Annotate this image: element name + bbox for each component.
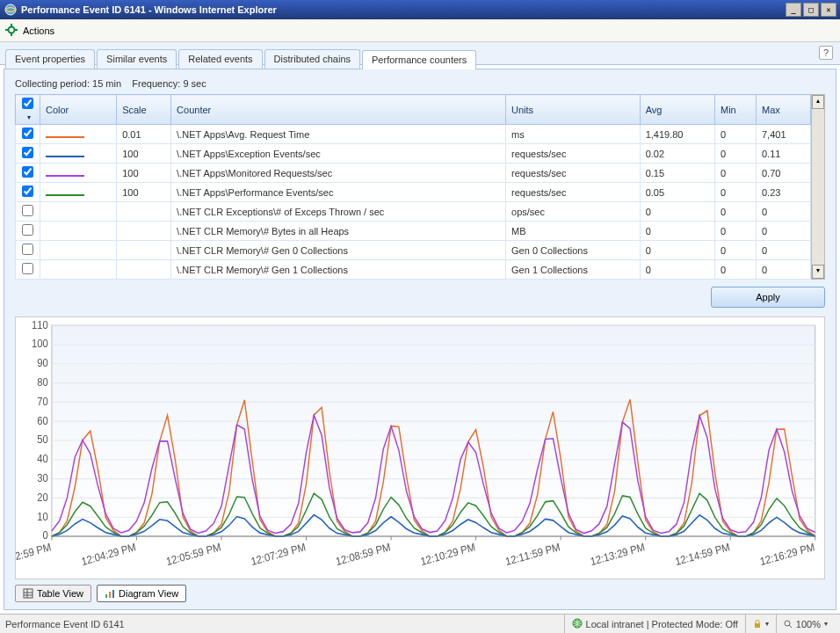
cell-min: 0 <box>715 260 757 280</box>
zoom-value: 100% <box>796 619 821 629</box>
scroll-down-button[interactable]: ▾ <box>812 265 824 279</box>
row-checkbox[interactable] <box>22 244 33 255</box>
svg-text:12:08:59 PM: 12:08:59 PM <box>335 541 392 569</box>
collecting-meta: Collecting period: 15 min Frequency: 9 s… <box>15 78 825 89</box>
col-header[interactable]: Min <box>715 95 757 125</box>
cell-min: 0 <box>715 183 757 202</box>
table-row[interactable]: \.NET CLR Exceptions\# of Exceps Thrown … <box>16 202 811 222</box>
table-view-button[interactable]: Table View <box>15 585 91 602</box>
cell-avg: 0 <box>640 202 714 222</box>
row-checkbox[interactable] <box>22 166 33 178</box>
svg-text:12:02:59 PM: 12:02:59 PM <box>16 541 53 569</box>
cell-min: 0 <box>715 222 757 241</box>
close-button[interactable]: ✕ <box>821 3 836 17</box>
table-view-label: Table View <box>37 588 83 599</box>
gear-icon <box>5 24 19 38</box>
diagram-view-label: Diagram View <box>119 588 178 599</box>
help-icon[interactable]: ? <box>819 46 833 60</box>
svg-text:60: 60 <box>37 414 48 427</box>
table-row[interactable]: \.NET CLR Memory\# Bytes in all HeapsMB0… <box>16 222 811 241</box>
scroll-up-button[interactable]: ▴ <box>812 95 824 109</box>
row-checkbox[interactable] <box>22 147 33 158</box>
cell-scale: 100 <box>117 164 171 183</box>
period-label: Collecting period: <box>15 78 90 89</box>
minimize-button[interactable]: _ <box>786 3 801 17</box>
svg-text:12:16:29 PM: 12:16:29 PM <box>758 541 815 569</box>
svg-text:50: 50 <box>37 433 48 447</box>
col-header[interactable]: Max <box>757 95 811 125</box>
window-titlebar: Performance Event ID 6141 - Windows Inte… <box>0 0 840 19</box>
series-color-swatch <box>46 194 84 196</box>
cell-units: requests/sec <box>506 183 641 202</box>
row-checkbox[interactable] <box>22 205 33 216</box>
chevron-down-icon: ▾ <box>824 620 828 628</box>
col-header[interactable]: Color <box>40 95 117 125</box>
actions-label[interactable]: Actions <box>23 25 54 36</box>
tab-similar-events[interactable]: Similar events <box>97 49 177 69</box>
svg-line-62 <box>789 625 792 628</box>
row-checkbox[interactable] <box>22 127 33 139</box>
apply-button[interactable]: Apply <box>711 287 825 308</box>
cell-scale <box>117 241 171 260</box>
cell-scale <box>117 202 171 222</box>
cell-units: ops/sec <box>506 202 641 222</box>
row-checkbox[interactable] <box>22 224 33 236</box>
series-color-swatch <box>46 175 84 177</box>
table-row[interactable]: 100\.NET Apps\Monitored Requests/secrequ… <box>16 164 811 183</box>
table-row[interactable]: 0.01\.NET Apps\Avg. Request Timems1,419.… <box>16 125 811 144</box>
table-row[interactable]: \.NET CLR Memory\# Gen 1 CollectionsGen … <box>16 260 811 280</box>
select-all-checkbox[interactable] <box>22 98 33 109</box>
svg-rect-6 <box>52 325 815 536</box>
col-header[interactable]: Scale <box>117 95 171 125</box>
cell-max: 0 <box>757 260 811 280</box>
cell-avg: 0 <box>640 241 714 260</box>
tab-performance-counters[interactable]: Performance counters <box>362 50 476 69</box>
table-row[interactable]: \.NET CLR Memory\# Gen 0 CollectionsGen … <box>16 241 811 260</box>
series-color-swatch <box>46 156 84 157</box>
status-security-seg[interactable]: ▾ <box>745 615 776 633</box>
perf-counters-panel: Collecting period: 15 min Frequency: 9 s… <box>4 69 836 610</box>
cell-counter: \.NET Apps\Exception Events/sec <box>171 144 506 164</box>
table-row[interactable]: 100\.NET Apps\Performance Events/secrequ… <box>16 183 811 202</box>
tab-event-properties[interactable]: Event properties <box>5 49 95 69</box>
globe-icon <box>572 618 583 630</box>
status-zoom-seg[interactable]: 100% ▾ <box>776 615 835 633</box>
svg-text:12:10:29 PM: 12:10:29 PM <box>419 541 476 569</box>
diagram-view-button[interactable]: Diagram View <box>97 585 186 602</box>
col-header[interactable]: ▾ <box>16 95 40 125</box>
col-header[interactable]: Counter <box>171 95 506 125</box>
table-row[interactable]: 100\.NET Apps\Exception Events/secreques… <box>16 144 811 164</box>
period-value: 15 min <box>92 78 121 89</box>
cell-avg: 0 <box>640 260 714 280</box>
cell-scale <box>117 222 171 241</box>
col-header[interactable]: Avg <box>640 95 714 125</box>
counter-grid: ▾ColorScaleCounterUnitsAvgMinMax 0.01\.N… <box>15 94 811 280</box>
cell-min: 0 <box>715 241 757 260</box>
cell-max: 7,401 <box>757 125 811 144</box>
svg-text:90: 90 <box>37 357 48 370</box>
cell-scale <box>117 260 171 280</box>
status-zone: Local intranet | Protected Mode: Off <box>586 619 738 629</box>
svg-text:12:07:29 PM: 12:07:29 PM <box>250 541 307 569</box>
tab-distributed-chains[interactable]: Distributed chains <box>264 49 360 69</box>
maximize-button[interactable]: □ <box>803 3 819 17</box>
cell-min: 0 <box>715 202 757 222</box>
freq-value: 9 sec <box>183 78 206 89</box>
status-page: Performance Event ID 6141 <box>5 619 125 629</box>
row-checkbox[interactable] <box>22 263 33 274</box>
row-checkbox[interactable] <box>22 186 33 197</box>
tab-related-events[interactable]: Related events <box>178 49 262 69</box>
cell-counter: \.NET CLR Exceptions\# of Exceps Thrown … <box>171 202 506 222</box>
svg-point-0 <box>5 4 16 15</box>
col-header[interactable]: Units <box>506 95 641 125</box>
svg-text:110: 110 <box>32 318 48 331</box>
cell-min: 0 <box>715 144 757 164</box>
cell-units: ms <box>506 125 641 144</box>
cell-max: 0.23 <box>757 183 811 202</box>
svg-rect-60 <box>755 623 760 628</box>
cell-scale: 0.01 <box>117 125 171 144</box>
svg-text:30: 30 <box>37 471 48 484</box>
svg-rect-57 <box>109 592 111 598</box>
cell-avg: 0.02 <box>640 144 714 164</box>
grid-scrollbar[interactable]: ▴ ▾ <box>811 94 825 280</box>
